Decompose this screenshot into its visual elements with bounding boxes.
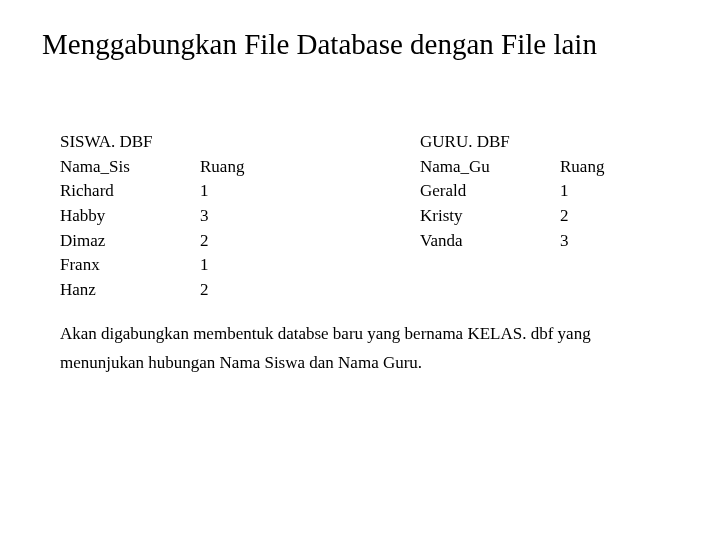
siswa-ruang-cell: 3	[200, 204, 300, 229]
siswa-ruang-cell: 2	[200, 278, 300, 303]
guru-name-cell: Kristy	[420, 204, 560, 229]
guru-ruang-cell: 3	[560, 229, 640, 254]
slide: Menggabungkan File Database dengan File …	[0, 0, 720, 540]
description-text: Akan digabungkan membentuk databse baru …	[60, 320, 660, 378]
siswa-name-cell: Hanz	[60, 278, 200, 303]
siswa-name-cell: Franx	[60, 253, 200, 278]
spacer	[200, 130, 300, 155]
siswa-ruang-cell: 1	[200, 179, 300, 204]
guru-ruang-cell: 2	[560, 204, 640, 229]
guru-table: GURU. DBF Nama_Gu Gerald Kristy Vanda Ru…	[420, 130, 680, 302]
siswa-table: SISWA. DBF Nama_Sis Richard Habby Dimaz …	[60, 130, 420, 302]
siswa-name-cell: Richard	[60, 179, 200, 204]
guru-name-cell: Gerald	[420, 179, 560, 204]
guru-name-cell: Vanda	[420, 229, 560, 254]
siswa-ruang-header: Ruang	[200, 155, 300, 180]
siswa-ruang-column: Ruang 1 3 2 1 2	[200, 130, 300, 302]
guru-name-column: GURU. DBF Nama_Gu Gerald Kristy Vanda	[420, 130, 560, 302]
guru-file-label: GURU. DBF	[420, 130, 560, 155]
guru-ruang-header: Ruang	[560, 155, 640, 180]
guru-ruang-cell: 1	[560, 179, 640, 204]
siswa-name-column: SISWA. DBF Nama_Sis Richard Habby Dimaz …	[60, 130, 200, 302]
siswa-ruang-cell: 2	[200, 229, 300, 254]
siswa-name-cell: Dimaz	[60, 229, 200, 254]
guru-name-header: Nama_Gu	[420, 155, 560, 180]
siswa-ruang-cell: 1	[200, 253, 300, 278]
siswa-name-header: Nama_Sis	[60, 155, 200, 180]
siswa-file-label: SISWA. DBF	[60, 130, 200, 155]
page-title: Menggabungkan File Database dengan File …	[42, 28, 700, 61]
siswa-name-cell: Habby	[60, 204, 200, 229]
tables-area: SISWA. DBF Nama_Sis Richard Habby Dimaz …	[60, 130, 680, 302]
spacer	[560, 130, 640, 155]
guru-ruang-column: Ruang 1 2 3	[560, 130, 640, 302]
